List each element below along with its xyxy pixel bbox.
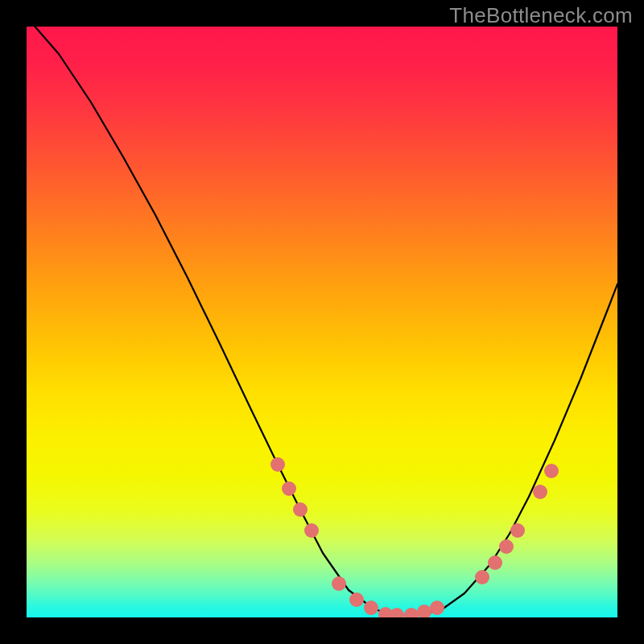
- curve-marker: [270, 457, 285, 472]
- bottleneck-curve: [27, 27, 617, 615]
- curve-markers: [270, 457, 559, 617]
- curve-marker: [544, 464, 559, 478]
- curve-marker: [304, 523, 319, 538]
- plot-area: [27, 27, 617, 617]
- curve-marker: [282, 481, 296, 496]
- curve-marker: [475, 570, 489, 584]
- curve-marker: [533, 485, 547, 499]
- curve-marker: [293, 502, 308, 517]
- chart-svg: [27, 27, 617, 617]
- curve-marker: [390, 608, 404, 617]
- curve-marker: [349, 592, 364, 607]
- curve-marker: [488, 555, 502, 570]
- curve-marker: [430, 601, 444, 615]
- curve-marker: [510, 523, 525, 538]
- watermark-text: TheBottleneck.com: [449, 3, 633, 28]
- curve-marker: [332, 576, 346, 591]
- curve-marker: [404, 608, 419, 617]
- chart-frame: TheBottleneck.com: [0, 0, 644, 644]
- curve-marker: [499, 539, 514, 554]
- curve-marker: [417, 605, 431, 617]
- curve-marker: [364, 601, 378, 615]
